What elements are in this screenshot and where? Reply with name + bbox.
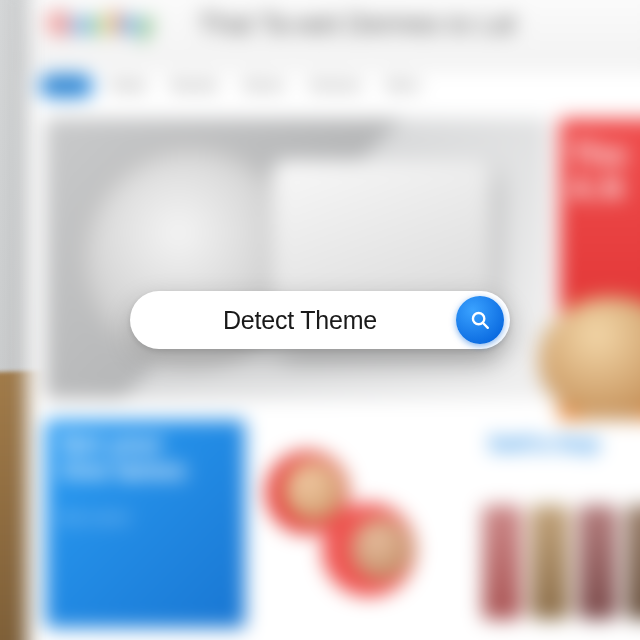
site-header: Gociley That Ta-wet Dermes to Lal xyxy=(27,0,640,70)
collage-face xyxy=(283,459,345,521)
side-promo: Tho A.N xyxy=(559,118,640,430)
promo-title-line: Not your xyxy=(60,430,186,457)
site-tagline: That Ta-wet Dermes to Lal xyxy=(198,8,632,40)
person-thumb xyxy=(578,505,618,619)
search-icon xyxy=(469,309,491,331)
promo-card-title: Not your One lames xyxy=(60,430,186,485)
nav-item[interactable]: Devices xyxy=(310,77,362,106)
promo-card-blue[interactable]: Not your One lames then sorred xyxy=(45,420,245,628)
search-input[interactable]: Detect Theme xyxy=(154,306,456,335)
person-thumb xyxy=(530,505,570,619)
nav-item[interactable]: Home xyxy=(45,77,84,106)
nav-item[interactable]: Brands xyxy=(171,77,217,106)
site-logo: Gociley xyxy=(48,6,153,41)
promo-card-sub: then sorred xyxy=(60,509,128,525)
person-thumb xyxy=(482,505,522,619)
search-button[interactable] xyxy=(456,296,504,344)
person-thumb xyxy=(626,505,640,619)
scene: Gociley That Ta-wet Dermes to Lal Home D… xyxy=(0,0,640,640)
svg-line-1 xyxy=(483,323,488,328)
site-nav: Home Deals Brands Stores Devices More xyxy=(45,77,640,106)
nav-item[interactable]: More xyxy=(386,77,419,106)
hero-banner xyxy=(45,118,548,399)
side-promo-line: A.N xyxy=(570,171,640,205)
people-strip xyxy=(482,505,640,619)
search-bar[interactable]: Detect Theme xyxy=(130,291,510,349)
cards-row: Not your One lames then sorred Sett'a So… xyxy=(45,420,640,628)
nav-item[interactable]: Stores xyxy=(243,77,285,106)
side-promo-graphic xyxy=(538,297,640,422)
promo-card-title: Sett'a Sop xyxy=(488,430,599,457)
promo-card-collage[interactable] xyxy=(260,420,460,628)
side-promo-line: Tho xyxy=(570,137,640,171)
promo-card-white[interactable]: Sett'a Sop xyxy=(474,420,640,628)
nav-item[interactable]: Deals xyxy=(109,77,146,106)
promo-title-line: One lames xyxy=(60,458,186,485)
collage-face xyxy=(351,518,413,580)
